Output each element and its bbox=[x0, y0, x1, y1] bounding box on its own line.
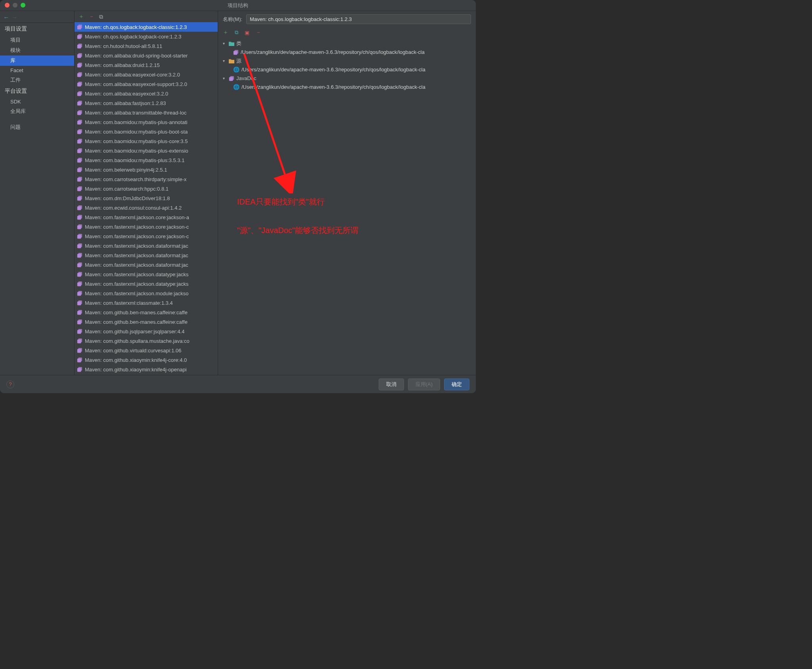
sidebar-item-project[interactable]: 项目 bbox=[0, 35, 74, 45]
library-item[interactable]: Maven: com.alibaba:fastjson:1.2.83 bbox=[75, 98, 218, 108]
library-name-input[interactable] bbox=[246, 14, 471, 24]
library-item[interactable]: Maven: com.fasterxml:classmate:1.3.4 bbox=[75, 298, 218, 308]
svg-rect-27 bbox=[79, 148, 82, 152]
library-item[interactable]: Maven: com.alibaba:easyexcel-core:3.2.0 bbox=[75, 70, 218, 79]
close-icon[interactable] bbox=[5, 3, 10, 8]
svg-rect-71 bbox=[79, 357, 82, 361]
library-item[interactable]: Maven: com.carrotsearch.thirdparty:simpl… bbox=[75, 174, 218, 184]
library-item[interactable]: Maven: com.fasterxml.jackson.core:jackso… bbox=[75, 231, 218, 241]
svg-rect-67 bbox=[79, 338, 82, 342]
tree-javadoc-path[interactable]: 🌐 /Users/zanglikun/dev/apache-maven-3.6.… bbox=[223, 83, 471, 92]
sidebar-item-sdks[interactable]: SDK bbox=[0, 97, 74, 106]
detail-panel: 名称(M): ＋ ⧉ ▣ － ▾ 类 /Users/zanglikun/dev/… bbox=[218, 11, 476, 375]
library-item[interactable]: Maven: com.baomidou:mybatis-plus-boot-st… bbox=[75, 127, 218, 136]
svg-rect-77 bbox=[230, 76, 234, 80]
add-icon[interactable]: ＋ bbox=[79, 13, 84, 20]
svg-rect-19 bbox=[79, 110, 82, 114]
svg-rect-53 bbox=[79, 272, 82, 276]
svg-rect-49 bbox=[79, 253, 82, 257]
copy-icon[interactable]: ⧉ bbox=[99, 13, 103, 20]
library-item[interactable]: Maven: com.alibaba:druid-spring-boot-sta… bbox=[75, 51, 218, 60]
library-item[interactable]: Maven: com.fasterxml.jackson.datatype:ja… bbox=[75, 279, 218, 289]
folder-attach-icon[interactable]: ▣ bbox=[245, 30, 249, 36]
library-item[interactable]: Maven: com.fasterxml.jackson.module:jack… bbox=[75, 289, 218, 298]
library-item[interactable]: Maven: com.fasterxml.jackson.datatype:ja… bbox=[75, 270, 218, 279]
library-item[interactable]: Maven: com.github.virtuald:curvesapi:1.0… bbox=[75, 346, 218, 355]
library-item[interactable]: Maven: com.fasterxml.jackson.dataformat:… bbox=[75, 241, 218, 250]
apply-button[interactable]: 应用(A) bbox=[408, 378, 440, 390]
svg-rect-7 bbox=[79, 53, 82, 57]
svg-rect-5 bbox=[79, 44, 82, 48]
library-column: ＋ － ⧉ Maven: ch.qos.logback:logback-clas… bbox=[75, 11, 218, 375]
library-item[interactable]: Maven: com.github.ben-manes.caffeine:caf… bbox=[75, 308, 218, 317]
sidebar-section-project: 项目设置 bbox=[0, 23, 74, 35]
cancel-button[interactable]: 取消 bbox=[379, 378, 404, 390]
chevron-down-icon[interactable]: ▾ bbox=[223, 39, 227, 48]
help-icon[interactable]: ? bbox=[6, 380, 14, 388]
library-item[interactable]: Maven: com.github.spullara.mustache.java… bbox=[75, 336, 218, 346]
library-item[interactable]: Maven: ch.qos.logback:logback-core:1.2.3 bbox=[75, 32, 218, 41]
svg-rect-61 bbox=[79, 310, 82, 314]
nav-forward-icon[interactable]: → bbox=[11, 14, 17, 21]
library-item[interactable]: Maven: com.github.xiaoymin:knife4j-core:… bbox=[75, 355, 218, 365]
library-item[interactable]: Maven: com.fasterxml.jackson.core:jackso… bbox=[75, 222, 218, 231]
library-item[interactable]: Maven: com.alibaba:transmittable-thread-… bbox=[75, 108, 218, 117]
sidebar-item-global-libs[interactable]: 全局库 bbox=[0, 106, 74, 117]
svg-rect-23 bbox=[79, 129, 82, 133]
link-icon[interactable]: ⧉ bbox=[235, 29, 238, 36]
chevron-down-icon[interactable]: ▾ bbox=[223, 57, 227, 65]
svg-rect-65 bbox=[79, 329, 82, 333]
detail-remove-icon[interactable]: － bbox=[256, 29, 261, 36]
sidebar-item-facets[interactable]: Facet bbox=[0, 66, 74, 75]
library-item[interactable]: Maven: com.github.xiaoymin:knife4j-opena… bbox=[75, 365, 218, 374]
library-list[interactable]: Maven: ch.qos.logback:logback-classic:1.… bbox=[75, 22, 218, 375]
library-item[interactable]: Maven: com.fasterxml.jackson.dataformat:… bbox=[75, 250, 218, 260]
window-title: 项目结构 bbox=[228, 2, 248, 9]
sidebar-item-libraries[interactable]: 库 bbox=[0, 55, 74, 66]
sidebar-item-modules[interactable]: 模块 bbox=[0, 45, 74, 55]
library-item[interactable]: Maven: com.fasterxml.jackson.dataformat:… bbox=[75, 260, 218, 270]
svg-rect-51 bbox=[79, 262, 82, 266]
library-item[interactable]: Maven: com.belerweb:pinyin4j:2.5.1 bbox=[75, 165, 218, 174]
name-label: 名称(M): bbox=[223, 16, 242, 23]
sidebar-item-artifacts[interactable]: 工件 bbox=[0, 75, 74, 85]
library-item[interactable]: Maven: com.fasterxml.jackson.core:jackso… bbox=[75, 212, 218, 222]
library-item[interactable]: Maven: cn.hutool:hutool-all:5.8.11 bbox=[75, 41, 218, 51]
svg-rect-33 bbox=[79, 177, 82, 181]
annotation-text-2: "源"、"JavaDoc"能够否找到无所谓 bbox=[237, 225, 358, 236]
tree-sources[interactable]: ▾ 源 bbox=[223, 57, 471, 65]
chevron-down-icon[interactable]: ▾ bbox=[223, 74, 227, 83]
titlebar: 项目结构 bbox=[0, 0, 476, 11]
library-item[interactable]: Maven: com.baomidou:mybatis-plus-annotat… bbox=[75, 117, 218, 127]
tree-classes[interactable]: ▾ 类 bbox=[223, 39, 471, 48]
library-item[interactable]: Maven: com.ecwid.consul:consul-api:1.4.2 bbox=[75, 203, 218, 212]
sidebar-item-problems[interactable]: 问题 bbox=[0, 122, 74, 132]
tree-javadoc[interactable]: ▾ JavaDoc bbox=[223, 74, 471, 83]
library-tree[interactable]: ▾ 类 /Users/zanglikun/dev/apache-maven-3.… bbox=[223, 39, 471, 92]
folder-icon bbox=[229, 41, 234, 46]
library-item[interactable]: Maven: com.dm:DmJdbcDriver18:1.8 bbox=[75, 193, 218, 203]
tree-classes-path[interactable]: /Users/zanglikun/dev/apache-maven-3.6.3/… bbox=[223, 48, 471, 57]
sidebar-section-platform: 平台设置 bbox=[0, 85, 74, 97]
library-item[interactable]: Maven: com.baomidou:mybatis-plus-extensi… bbox=[75, 146, 218, 155]
library-item[interactable]: Maven: com.github.jsqlparser:jsqlparser:… bbox=[75, 327, 218, 336]
remove-icon[interactable]: － bbox=[89, 13, 94, 20]
svg-rect-21 bbox=[79, 120, 82, 124]
tree-sources-path[interactable]: 🌐 /Users/zanglikun/dev/apache-maven-3.6.… bbox=[223, 65, 471, 74]
library-item[interactable]: Maven: com.alibaba:easyexcel:3.2.0 bbox=[75, 89, 218, 98]
library-item[interactable]: Maven: com.carrotsearch:hppc:0.8.1 bbox=[75, 184, 218, 193]
library-item[interactable]: Maven: com.baomidou:mybatis-plus:3.5.3.1 bbox=[75, 155, 218, 165]
detail-add-icon[interactable]: ＋ bbox=[223, 29, 228, 36]
minimize-icon[interactable] bbox=[13, 3, 17, 8]
library-item[interactable]: Maven: com.github.ben-manes.caffeine:caf… bbox=[75, 317, 218, 327]
maximize-icon[interactable] bbox=[21, 3, 25, 8]
ok-button[interactable]: 确定 bbox=[444, 378, 469, 390]
svg-rect-9 bbox=[79, 63, 82, 67]
svg-rect-35 bbox=[79, 186, 82, 190]
library-item[interactable]: Maven: com.alibaba:druid:1.2.15 bbox=[75, 60, 218, 70]
nav-back-icon[interactable]: ← bbox=[3, 14, 9, 21]
annotation-text-1: IDEA只要能找到"类"就行 bbox=[237, 197, 325, 207]
library-item[interactable]: Maven: ch.qos.logback:logback-classic:1.… bbox=[75, 22, 218, 32]
library-item[interactable]: Maven: com.alibaba:easyexcel-support:3.2… bbox=[75, 79, 218, 89]
library-item[interactable]: Maven: com.baomidou:mybatis-plus-core:3.… bbox=[75, 136, 218, 146]
